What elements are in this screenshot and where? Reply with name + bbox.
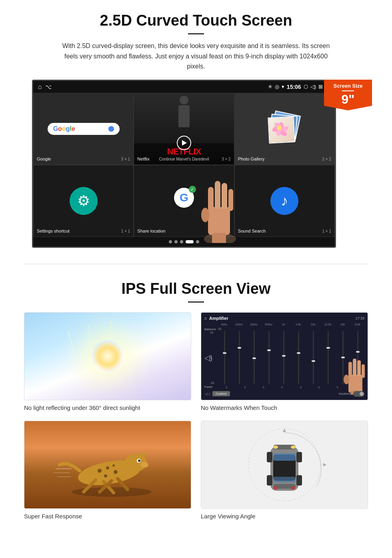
thumb-10 [356,351,360,353]
google-logo: Google [53,125,75,132]
camera-icon: ⬡ [304,84,308,90]
g-maps-icon: G ✓ [174,188,194,214]
car-bg [201,421,368,508]
share-label: Share location [137,229,165,233]
settings-cell[interactable]: ⚙ Settings shortcut 1 × 1 [33,165,134,237]
settings-label: Settings shortcut [37,229,70,233]
badge-size: 9" [328,93,368,106]
close-icon: ⊠ [318,84,323,90]
svg-point-19 [106,466,109,470]
settings-size: 1 × 1 [121,229,130,233]
photo-gallery-cell[interactable]: Photo Gallery 2 × 2 [234,93,335,165]
status-time: 15:06 [287,84,301,90]
svg-rect-4 [222,183,227,209]
svg-rect-12 [362,364,365,378]
sunlight-label: No light reflecting under 360° direct su… [24,404,191,411]
mic-icon[interactable] [108,126,114,132]
amp-main: Balance ◁) Fader 10 [204,327,364,389]
slider-8 [328,331,329,384]
nav-dot-4 [186,240,194,243]
play-button[interactable] [177,136,191,150]
wifi-icon: ▾ [282,84,284,90]
cheetah-label: Super Fast Response [24,513,191,520]
slider-7 [313,331,314,384]
nav-dots [33,237,335,247]
ips-title: IPS Full Screen View [24,280,368,297]
volume-icon: ◁) [310,84,316,90]
db-n2: 4 [236,386,253,389]
svg-rect-41 [267,452,272,462]
svg-point-45 [273,446,278,449]
freq-10k: 10k [306,323,320,326]
svg-rect-8 [348,375,362,393]
slider-2 [239,331,240,384]
thumb-5 [282,355,286,357]
thumb-8 [326,347,330,349]
thumb-1 [223,352,226,354]
custom-button[interactable]: Custom [212,391,230,396]
balance-label: Balance [204,327,216,331]
nav-dot-2 [174,240,178,243]
db-n6: 0 [310,386,327,389]
freq-12k5: 12.5k [321,323,335,326]
music-note-icon: ♪ [281,193,288,209]
svg-point-47 [273,486,278,490]
location-icon: ◎ [275,84,279,90]
svg-point-6 [201,208,209,222]
svg-rect-44 [296,475,302,486]
freq-sub: SUB [350,323,364,326]
slider-6 [298,331,299,384]
svg-marker-23 [140,451,147,457]
loudness-toggle[interactable] [353,391,364,397]
features-grid: No light reflecting under 360° direct su… [24,312,368,520]
photo-3 [268,116,295,143]
feature-cheetah: Super Fast Response [24,421,191,520]
google-search-bar[interactable]: Google [48,123,120,135]
title-divider [188,33,204,34]
db-n1: 3 [218,386,235,389]
home-grid: Google Google 3 × 1 [33,93,335,237]
svg-point-25 [138,460,140,462]
amplifier-screen: ⌂ Amplifier 17:33 60hz 100hz 200hz 500hz… [201,313,368,400]
feature-car: Large Viewing Angle [201,421,368,520]
db-10: 10 [218,327,221,330]
amp-time: 17:33 [355,316,364,320]
svg-rect-37 [273,454,296,461]
touch-hand-amp [340,355,368,396]
touch-hand-svg [340,355,368,395]
android-screen: ⌂ ⌥ ✳ ◎ ▾ 15:06 ⬡ ◁) ⊠ ▭ [32,80,336,248]
amp-title: Amplifier [209,316,228,321]
freq-200: 200hz [247,323,261,326]
figure-body [178,105,190,127]
freq-2k5: 2.5k [291,323,305,326]
thumb-6 [297,352,300,354]
share-location-cell[interactable]: G ✓ [134,165,234,237]
daredevil-figure [176,96,192,132]
svg-rect-38 [273,477,296,482]
nav-dot-3 [180,240,183,243]
flower [273,121,290,138]
svg-rect-5 [228,189,233,211]
vertical-sliders: 10 0 -10 [218,331,364,384]
car-label: Large Viewing Angle [201,513,368,520]
svg-rect-3 [215,181,220,209]
google-size: 3 × 1 [121,157,130,161]
netflix-cell[interactable]: NETFLIX Continue Marvel's Daredevil Netf… [134,93,234,165]
google-cell[interactable]: Google Google 3 × 1 [33,93,134,165]
sliders-area: 10 10 0 -10 [218,327,364,389]
slider-3 [254,331,255,384]
amp-footer-left: ◁◁ Custom [204,391,230,396]
photo-stack [268,113,300,145]
svg-rect-2 [208,187,214,211]
netflix-size: 3 × 2 [222,157,231,161]
car-svg [228,425,340,505]
db-marker-0: 0 [210,356,214,359]
status-bar: ⌂ ⌥ ✳ ◎ ▾ 15:06 ⬡ ◁) ⊠ ▭ [33,81,335,93]
sound-search-cell[interactable]: ♪ Sound Search 1 × 1 [234,165,335,237]
hand-svg [194,175,246,243]
freq-60: 60hz [217,323,231,326]
feature-watermarks: ⌂ Amplifier 17:33 60hz 100hz 200hz 500hz… [201,312,368,411]
cheetah-svg [48,433,168,497]
amp-icons: 17:33 [355,316,364,320]
amp-header: ⌂ Amplifier 17:33 [204,316,364,321]
